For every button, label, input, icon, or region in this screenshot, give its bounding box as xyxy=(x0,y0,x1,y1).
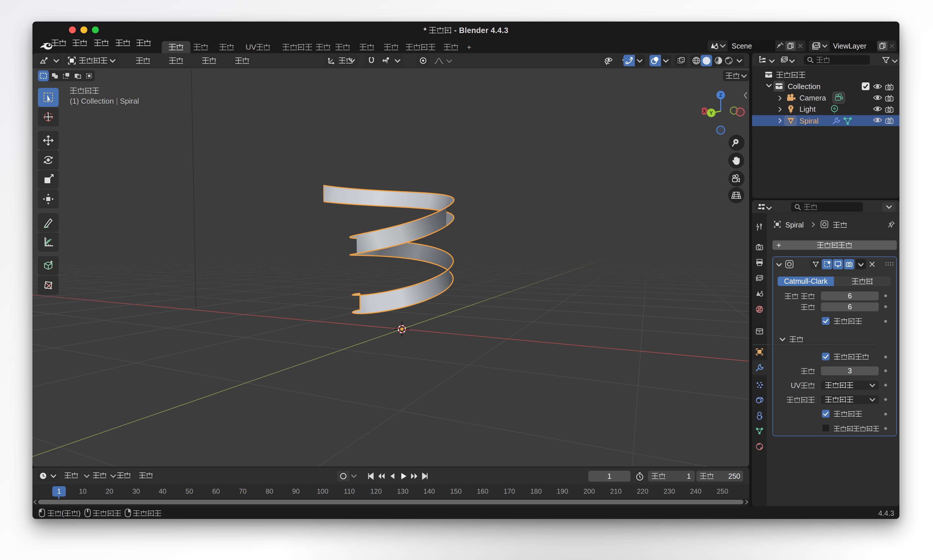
svg-text:Y: Y xyxy=(710,110,713,116)
svg-text:X: X xyxy=(703,109,706,114)
svg-text:Z: Z xyxy=(719,92,722,98)
